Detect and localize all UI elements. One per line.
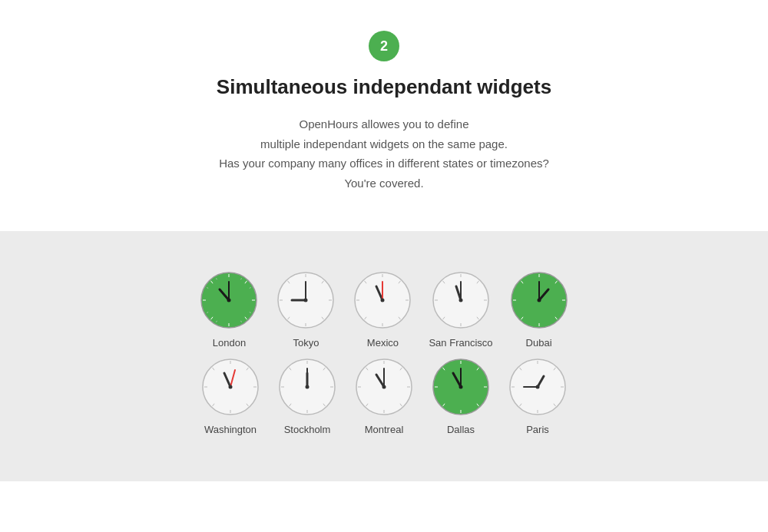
description: OpenHours allowes you to define multiple… bbox=[15, 114, 753, 193]
bottom-section: London bbox=[0, 231, 768, 481]
clock-label-dallas: Dallas bbox=[447, 424, 475, 435]
svg-point-43 bbox=[381, 299, 385, 302]
clock-item-tokyo: Tokyo bbox=[275, 269, 336, 349]
clock-mexico bbox=[352, 269, 413, 331]
clock-dubai bbox=[508, 269, 570, 331]
clocks-container: London bbox=[15, 269, 753, 435]
clock-item-montreal: Montreal bbox=[353, 356, 415, 435]
svg-point-19 bbox=[227, 299, 231, 302]
clock-san-francisco bbox=[430, 269, 492, 331]
clock-dallas bbox=[430, 356, 492, 418]
svg-point-127 bbox=[536, 385, 540, 389]
clock-london bbox=[198, 269, 260, 331]
svg-point-55 bbox=[459, 299, 463, 302]
svg-point-31 bbox=[304, 299, 308, 302]
clock-label-tokyo: Tokyo bbox=[293, 337, 319, 349]
clock-label-paris: Paris bbox=[526, 424, 549, 435]
clock-montreal bbox=[353, 356, 415, 418]
step-number: 2 bbox=[380, 38, 388, 55]
svg-point-79 bbox=[229, 385, 233, 389]
clock-item-stockholm: Stockholm bbox=[276, 356, 338, 435]
svg-point-67 bbox=[537, 299, 541, 302]
clock-label-dubai: Dubai bbox=[526, 337, 552, 349]
svg-point-91 bbox=[306, 385, 310, 389]
clock-label-mexico: Mexico bbox=[367, 337, 399, 349]
clock-paris bbox=[507, 356, 568, 418]
main-title: Simultaneous independant widgets bbox=[15, 75, 753, 99]
clock-item-mexico: Mexico bbox=[352, 269, 413, 349]
clock-label-london: London bbox=[213, 337, 246, 349]
clock-item-dallas: Dallas bbox=[430, 356, 492, 435]
clock-item-san-francisco: San Francisco bbox=[429, 269, 492, 349]
clocks-row-2: Washington bbox=[200, 356, 568, 435]
clock-stockholm bbox=[276, 356, 338, 418]
clocks-row-1: London bbox=[198, 269, 569, 349]
desc-line2: multiple independant widgets on the same… bbox=[260, 137, 508, 150]
desc-line1: OpenHours allowes you to define bbox=[300, 117, 469, 131]
clock-label-washington: Washington bbox=[204, 424, 257, 435]
clock-label-montreal: Montreal bbox=[365, 424, 404, 435]
clock-label-san-francisco: San Francisco bbox=[429, 337, 492, 349]
svg-point-115 bbox=[459, 385, 463, 389]
desc-line3: Has your company many offices in differe… bbox=[219, 157, 549, 170]
clock-tokyo bbox=[275, 269, 336, 331]
clock-label-stockholm: Stockholm bbox=[284, 424, 331, 435]
clock-washington bbox=[200, 356, 261, 418]
desc-line4: You're covered. bbox=[344, 177, 423, 190]
clock-item-dubai: Dubai bbox=[508, 269, 570, 349]
top-section: 2 Simultaneous independant widgets OpenH… bbox=[0, 0, 768, 231]
svg-point-103 bbox=[382, 385, 386, 389]
clock-item-washington: Washington bbox=[200, 356, 261, 435]
clock-item-london: London bbox=[198, 269, 260, 349]
step-badge: 2 bbox=[369, 31, 399, 61]
clock-item-paris: Paris bbox=[507, 356, 568, 435]
